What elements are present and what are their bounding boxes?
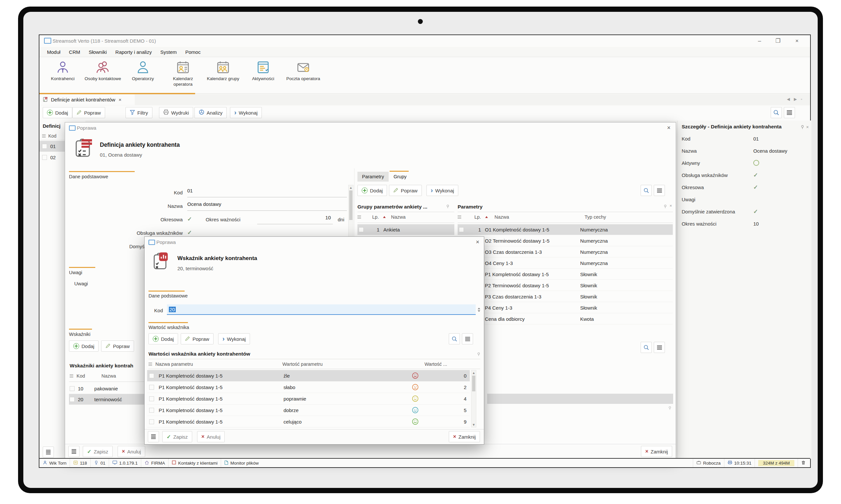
menu-slowniki[interactable]: Słowniki <box>84 49 111 55</box>
col-nazwa[interactable]: Nazwa <box>494 214 509 220</box>
values-scrollbar[interactable]: ▲ ▼ <box>471 370 476 428</box>
pin-icon[interactable] <box>477 352 480 356</box>
wykonaj-button[interactable]: Wykonaj <box>230 107 262 118</box>
row-checkbox[interactable] <box>42 155 47 160</box>
tabs-prev-icon[interactable]: ◀ <box>787 97 790 102</box>
col-typ-cechy[interactable]: Typ cechy <box>585 214 606 220</box>
pin-icon[interactable] <box>668 406 671 410</box>
col-nazwa[interactable]: Nazwa <box>102 373 116 379</box>
col-wartosc[interactable]: Wartość ... <box>424 361 447 367</box>
dialog1-list-menu-button[interactable] <box>654 185 665 196</box>
search-button[interactable] <box>771 107 782 118</box>
tabs-list-icon[interactable]: ▫ <box>801 97 802 102</box>
dialog-close-icon[interactable]: × <box>667 124 670 131</box>
pin-icon[interactable] <box>801 125 804 129</box>
value-row[interactable]: P1 Kompletność dostawy 1-5 celująco 9 <box>147 416 470 428</box>
status-version[interactable]: 1.0.179.1 <box>109 459 141 467</box>
dialog2-list-menu-button[interactable] <box>462 333 473 344</box>
wskazniki-dodaj-button[interactable]: Dodaj <box>69 341 99 352</box>
tab-parametry[interactable]: Parametry <box>357 172 389 182</box>
groups-row[interactable]: 1 Ankieta <box>357 224 454 235</box>
dialog1-popraw-button[interactable]: Popraw <box>389 185 422 196</box>
params-row[interactable]: 2O2 Terminowość dostawy 1-5Numeryczna <box>458 235 673 246</box>
status-trash[interactable] <box>798 459 810 467</box>
menu-system[interactable]: System <box>156 49 181 55</box>
zapisz-button[interactable]: Zapisz <box>83 446 113 457</box>
status-memory[interactable]: 324M z 494M <box>755 459 798 467</box>
dialog2-dodaj-button[interactable]: Dodaj <box>148 333 178 344</box>
zapisz-button[interactable]: Zapisz <box>162 431 192 442</box>
value-row[interactable]: P1 Kompletność dostawy 1-5 źle 0 <box>147 370 470 381</box>
okresowa-checkbox[interactable] <box>187 216 192 222</box>
dialog1-dodaj-button[interactable]: Dodaj <box>357 185 387 196</box>
toolbar-osoby-kontaktowe[interactable]: Osoby kontaktowe <box>83 60 123 82</box>
row-checkbox[interactable] <box>70 397 74 402</box>
column-chooser-icon[interactable] <box>70 374 73 378</box>
params-row[interactable]: 7P3 Czas dostarczenia 1-3Słownik <box>458 291 673 302</box>
toolbar-kalendarz-operatora[interactable]: Kalendarz operatora <box>163 60 203 87</box>
close-button[interactable]: × <box>790 36 804 46</box>
footer-menu-button[interactable] <box>148 431 159 442</box>
wskazniki-row[interactable]: 20 terminowość <box>69 394 144 405</box>
toolbar-operatorzy[interactable]: Operatorzy <box>123 60 163 82</box>
wydruki-button[interactable]: Wydruki <box>159 107 193 118</box>
status-time[interactable]: 10:15:31 <box>724 459 755 467</box>
dodaj-button[interactable]: Dodaj <box>43 107 72 118</box>
row-checkbox[interactable] <box>459 227 464 232</box>
dialog2-popraw-button[interactable]: Popraw <box>181 333 213 344</box>
col-wartosc-parametru[interactable]: Wartość parametru <box>282 361 322 367</box>
footer-menu-button[interactable] <box>68 446 80 457</box>
value-row[interactable]: P1 Kompletność dostawy 1-5 dobrze 5 <box>147 404 470 416</box>
list-menu-button[interactable] <box>784 107 795 118</box>
main-footer-menu-button[interactable] <box>43 447 54 458</box>
params-row[interactable]: 5P1 Kompletność dostawy 1-5Słownik <box>458 269 673 280</box>
status-contacts[interactable]: Kontakty z klientami <box>169 459 221 467</box>
menu-pomoc[interactable]: Pomoc <box>181 49 205 55</box>
panel-close-icon[interactable]: × <box>806 124 809 130</box>
filtry-button[interactable]: Filtry <box>125 107 153 118</box>
row-checkbox[interactable] <box>70 386 74 391</box>
analizy-button[interactable]: Analizy <box>194 107 227 118</box>
row-checkbox[interactable] <box>359 227 364 232</box>
kod-spinner[interactable] <box>476 304 481 315</box>
menu-crm[interactable]: CRM <box>65 49 84 55</box>
params-row[interactable]: 8P4 Ceny 1-3Słownik <box>458 302 673 313</box>
kod-input[interactable]: 20 <box>167 304 476 315</box>
anuluj-button[interactable]: Anuluj <box>197 431 225 442</box>
zamknij-button[interactable]: Zamknij <box>641 446 672 457</box>
status-station[interactable]: 01 <box>91 459 109 467</box>
row-checkbox[interactable] <box>149 373 154 378</box>
pin-icon[interactable] <box>446 204 450 209</box>
col-kod[interactable]: Kod <box>76 373 85 379</box>
toolbar-aktywnosci[interactable]: Aktywności <box>243 60 283 82</box>
value-row[interactable]: P1 Kompletność dostawy 1-5 słabo 2 <box>147 381 470 393</box>
maximize-button[interactable]: ❐ <box>771 36 785 46</box>
column-chooser-icon[interactable] <box>148 362 152 366</box>
status-session[interactable]: 118 <box>70 459 91 467</box>
tab-grupy[interactable]: Grupy <box>390 172 410 182</box>
dialog2-wykonaj-button[interactable]: Wykonaj <box>218 333 250 344</box>
col-nazwa[interactable]: Nazwa <box>391 214 405 220</box>
anuluj-button[interactable]: Anuluj <box>118 446 145 457</box>
params-row[interactable]: 6P2 Terminowość dostawy 1-5Słownik <box>458 280 673 291</box>
column-chooser-icon[interactable] <box>357 215 361 219</box>
column-chooser-icon[interactable] <box>42 133 46 138</box>
wskazniki-search-button[interactable] <box>641 342 652 353</box>
status-firm[interactable]: FIRMA <box>141 459 169 467</box>
column-chooser-icon[interactable] <box>458 215 461 219</box>
tab-definicje-ankiet[interactable]: Definicje ankiet kontrahentów × <box>39 94 135 105</box>
menu-modul[interactable]: Moduł <box>43 49 65 55</box>
params-row[interactable]: 1O1 Kompletność dostawy 1-5Numeryczna <box>458 224 673 235</box>
nazwa-field[interactable]: Ocena dostawy <box>187 201 347 211</box>
row-checkbox[interactable] <box>149 419 154 424</box>
params-row[interactable]: 9Cena dla odbiorcyKwota <box>458 313 673 324</box>
kod-field[interactable]: 01 <box>187 188 347 197</box>
pin-icon[interactable] <box>664 204 667 209</box>
toolbar-poczta-operatora[interactable]: Poczta operatora <box>283 60 323 82</box>
status-user[interactable]: Wik Torn <box>39 459 70 467</box>
minimize-button[interactable]: – <box>752 36 767 46</box>
col-lp[interactable]: Lp. <box>474 214 481 220</box>
status-monitor-plikow[interactable]: Monitor plików <box>221 459 262 467</box>
wskazniki-list-menu-button[interactable] <box>654 342 665 353</box>
params-row[interactable]: 4O4 Ceny 1-3Numeryczna <box>458 258 673 269</box>
